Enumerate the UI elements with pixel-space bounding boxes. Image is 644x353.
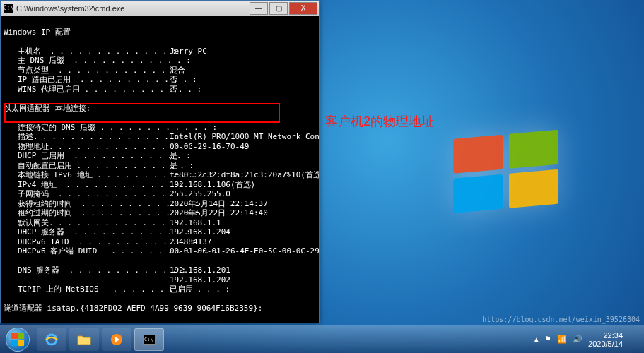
lease-obt-label: 获得租约的时间	[18, 199, 72, 208]
wins-label: WINS 代理已启用	[18, 85, 80, 94]
taskbar-wmp[interactable]	[102, 328, 131, 351]
ipv6-value: fe80::2c32:df8a:21c3:20a7%10(首选)	[170, 170, 319, 179]
taskbar-explorer[interactable]	[69, 328, 99, 351]
iaid-value: 234884137	[170, 237, 212, 246]
subnet-label: 子网掩码	[18, 189, 49, 198]
cmd-icon: C:\	[4, 4, 13, 13]
taskbar-cmd[interactable]: C:\	[134, 328, 164, 351]
window-title: C:\Windows\system32\cmd.exe	[16, 4, 250, 13]
lease-exp-label: 租约过期的时间	[18, 208, 72, 217]
dhcp-en-value: 是	[170, 151, 177, 160]
svg-rect-3	[509, 169, 558, 208]
tray-flag-icon[interactable]: ⚑	[544, 335, 551, 344]
windows-orb-icon	[6, 328, 30, 352]
maximize-button[interactable]: ▢	[269, 2, 288, 15]
duid-value: 00-01-00-01-26-4E-E0-5C-00-0C-29-16-70-4…	[170, 246, 319, 256]
close-button[interactable]: X	[289, 2, 317, 15]
svg-rect-0	[453, 135, 503, 174]
autoconf-value: 是	[170, 161, 177, 170]
titlebar[interactable]: C:\ C:\Windows\system32\cmd.exe — ▢ X	[1, 1, 319, 16]
watermark: https://blog.csdn.net/weixin_39526304	[482, 316, 640, 323]
cmd-window: C:\ C:\Windows\system32\cmd.exe — ▢ X Wi…	[0, 0, 320, 323]
lease-exp-value: 2020年5月22日 22:14:40	[170, 208, 268, 217]
tray-date: 2020/5/14	[588, 340, 623, 348]
duid-label: DHCPv6 客户端 DUID	[18, 246, 97, 256]
netbios-value: 已启用	[170, 285, 193, 294]
dns-srv-value1: 192.168.1.201	[170, 265, 230, 275]
minimize-button[interactable]: —	[250, 2, 268, 15]
physical-row: 物理地址. . . . . . . . . . . . . . . : 00-0…	[4, 142, 249, 151]
host-value: Jerry-PC	[170, 47, 207, 56]
lease-obt-value: 2020年5月14日 22:14:37	[170, 199, 268, 208]
ie-icon	[45, 333, 59, 347]
gateway-label: 默认网关	[18, 218, 49, 227]
ip-header: Windows IP 配置	[4, 28, 71, 37]
dhcp-srv-value: 192.168.1.204	[170, 227, 230, 237]
gateway-value: 192.168.1.1	[170, 218, 221, 227]
taskbar: C:\ ▴ ⚑ 📶 🔊 22:34 2020/5/14	[0, 325, 644, 353]
system-tray: ▴ ⚑ 📶 🔊 22:34 2020/5/14	[534, 325, 644, 354]
svg-rect-2	[453, 174, 503, 213]
phys-label: 物理地址	[18, 142, 49, 151]
iaid-label: DHCPv6 IAID	[18, 237, 69, 246]
tray-chevron-icon[interactable]: ▴	[534, 335, 539, 344]
desc-value: Intel(R) PRO/1000 MT Network Connection	[170, 132, 319, 141]
dhcp-srv-label: DHCP 服务器	[18, 227, 64, 237]
pri-dns-label: 主 DNS 后缀	[18, 56, 64, 65]
tunnel-header: 隧道适配器 isatap.{4182FD02-AEFD-4A99-9639-90…	[4, 304, 262, 313]
dns-srv-label: DNS 服务器	[18, 265, 60, 275]
routing-value: 否	[170, 75, 177, 84]
dns-srv-value2: 192.168.1.202	[170, 275, 230, 285]
tray-clock[interactable]: 22:34 2020/5/14	[588, 331, 623, 348]
node-value: 混合	[170, 66, 185, 75]
ipv6-label: 本地链接 IPv6 地址	[18, 170, 93, 179]
autoconf-label: 自动配置已启用	[18, 161, 72, 170]
tray-network-icon[interactable]: 📶	[557, 335, 567, 344]
show-desktop-button[interactable]	[633, 325, 640, 354]
node-label: 节点类型	[18, 66, 49, 75]
tray-time: 22:34	[588, 331, 623, 340]
folder-icon	[77, 334, 91, 345]
svg-point-4	[47, 335, 57, 345]
wmp-icon	[110, 333, 124, 347]
svg-rect-1	[509, 130, 558, 169]
windows-logo	[445, 127, 573, 226]
desc-label: 描述	[18, 132, 33, 141]
annotation-text: 客户机2的物理地址	[325, 113, 434, 130]
wins-value: 否	[170, 85, 177, 94]
phys-value: 00-0C-29-16-70-49	[170, 142, 250, 151]
conn-dns-label: 连接特定的 DNS 后缀	[18, 123, 95, 132]
dhcp-en-label: DHCP 已启用	[18, 151, 64, 160]
ipv4-value: 192.168.1.106(首选)	[170, 180, 255, 189]
tray-volume-icon[interactable]: 🔊	[573, 335, 582, 344]
taskbar-ie[interactable]	[37, 328, 66, 351]
ipv4-label: IPv4 地址	[18, 180, 57, 189]
routing-label: IP 路由已启用	[18, 75, 71, 84]
cmd-taskbar-icon: C:\	[143, 335, 156, 345]
subnet-value: 255.255.255.0	[170, 189, 230, 198]
start-button[interactable]	[0, 325, 35, 354]
netbios-label: TCPIP 上的 NetBIOS	[18, 285, 99, 294]
host-label: 主机名	[18, 47, 41, 56]
adapter1-header: 以太网适配器 本地连接:	[4, 104, 90, 113]
console-output[interactable]: Windows IP 配置 主机名 . . . . . . . . . . . …	[1, 16, 319, 323]
